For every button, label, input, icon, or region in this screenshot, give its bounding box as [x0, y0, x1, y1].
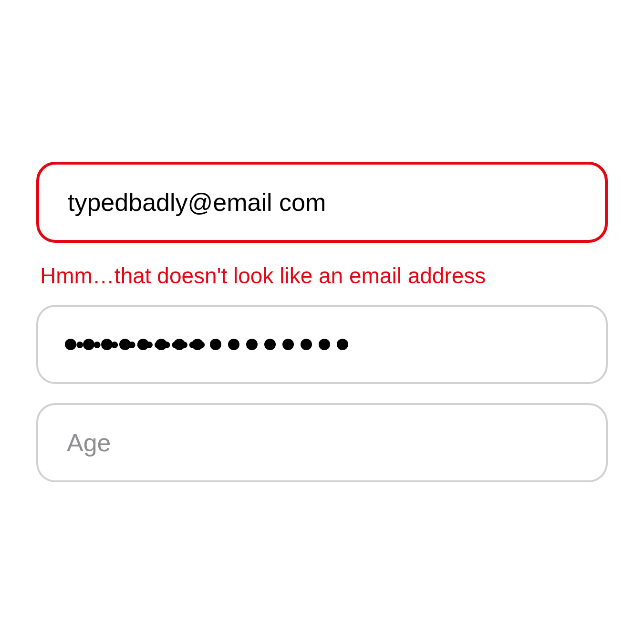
- email-error-message: Hmm…that doesn't look like an email addr…: [40, 262, 608, 291]
- age-field[interactable]: [36, 403, 608, 482]
- email-field[interactable]: [36, 162, 608, 243]
- password-field[interactable]: [36, 305, 608, 384]
